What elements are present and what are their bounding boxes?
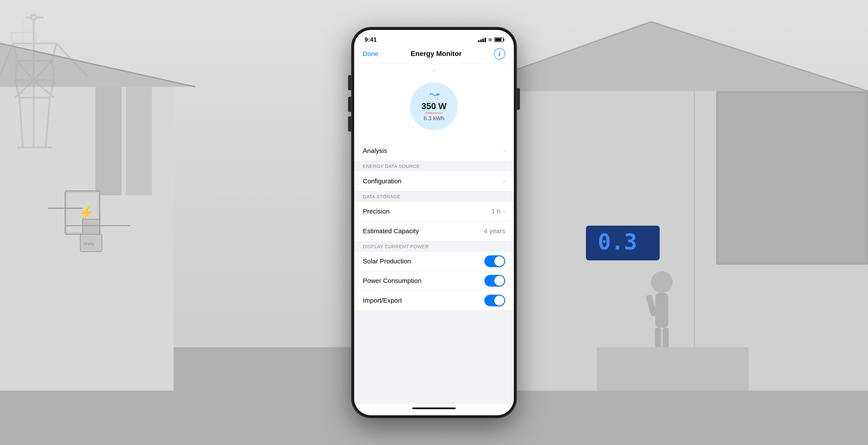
phone-screen: 9:41 ⊛ Done Energy Monito <box>354 30 514 415</box>
svg-text:Shelly: Shelly <box>84 242 94 246</box>
chevron-right-icon: › <box>503 147 505 154</box>
svg-rect-63 <box>718 93 866 262</box>
status-icons: ⊛ <box>478 37 503 42</box>
display-current-power-section: DISPLAY CURRENT POWER Solar Production P… <box>354 241 514 310</box>
power-consumption-item: Power Consumption <box>354 271 514 291</box>
home-indicator <box>354 404 514 415</box>
precision-item[interactable]: Precision 1 h › <box>354 202 514 221</box>
svg-point-57 <box>651 271 673 293</box>
import-export-item: Import/Export <box>354 291 514 310</box>
svg-rect-6 <box>126 87 152 195</box>
power-consumption-toggle[interactable] <box>484 275 505 287</box>
navigation-bar: Done Energy Monitor i <box>354 45 514 64</box>
energy-bar <box>425 113 443 114</box>
precision-label: Precision <box>363 208 390 215</box>
power-consumption-toggle-knob <box>494 276 504 286</box>
import-export-toggle-knob <box>494 295 504 306</box>
data-storage-header: DATA STORAGE <box>354 191 514 202</box>
svg-text:0.3: 0.3 <box>598 229 637 255</box>
precision-value: 1 h <box>492 208 501 215</box>
info-icon: i <box>499 50 500 57</box>
battery-fill <box>495 38 501 41</box>
energy-flow-icon <box>428 91 440 100</box>
svg-rect-5 <box>95 87 122 195</box>
svg-point-38 <box>31 15 36 20</box>
data-storage-section: DATA STORAGE Precision 1 h › Estimated C… <box>354 191 514 241</box>
configuration-chevron-icon: › <box>503 178 505 185</box>
energy-widget: 350 W 6.3 kWh <box>354 74 514 141</box>
solar-production-item: Solar Production <box>354 252 514 271</box>
home-bar <box>412 408 456 409</box>
energy-data-source-section: ENERGY DATA SOURCE Configuration › <box>354 161 514 191</box>
configuration-item[interactable]: Configuration › <box>354 171 514 191</box>
estimated-capacity-right: 4 years <box>484 227 505 235</box>
precision-chevron-icon: › <box>503 208 505 215</box>
info-button[interactable]: i <box>494 48 505 59</box>
configuration-label: Configuration <box>363 178 401 185</box>
estimated-capacity-item[interactable]: Estimated Capacity 4 years <box>354 221 514 241</box>
analysis-item[interactable]: Analysis › <box>354 141 514 161</box>
analysis-label: Analysis <box>363 147 387 155</box>
display-current-power-card: Solar Production Power Consumption <box>354 252 514 310</box>
signal-bar-2 <box>480 39 482 42</box>
import-export-label: Import/Export <box>363 297 402 304</box>
status-bar: 9:41 ⊛ <box>354 30 514 45</box>
precision-right: 1 h › <box>492 208 505 215</box>
page-title: Energy Monitor <box>411 50 462 58</box>
svg-rect-58 <box>655 293 669 328</box>
battery-icon <box>494 37 503 42</box>
estimated-capacity-value: 4 years <box>484 227 505 235</box>
scroll-indicator: ⌄ <box>354 64 514 74</box>
phone-frame: 9:41 ⊛ Done Energy Monito <box>351 27 517 418</box>
signal-bar-1 <box>478 40 479 42</box>
signal-icon <box>478 37 486 42</box>
display-current-power-header: DISPLAY CURRENT POWER <box>354 241 514 252</box>
energy-kwh: 6.3 kWh <box>424 115 444 122</box>
data-storage-card: Precision 1 h › Estimated Capacity 4 yea… <box>354 202 514 241</box>
signal-bar-4 <box>485 38 486 42</box>
energy-watts: 350 W <box>422 101 446 111</box>
svg-rect-64 <box>597 347 749 390</box>
settings-scroll-area[interactable]: Analysis › ENERGY DATA SOURCE Configurat… <box>354 141 514 404</box>
configuration-right: › <box>503 178 505 185</box>
done-button[interactable]: Done <box>363 50 378 58</box>
analysis-section: Analysis › <box>354 141 514 161</box>
import-export-toggle[interactable] <box>484 295 505 306</box>
power-consumption-label: Power Consumption <box>363 277 422 284</box>
solar-production-toggle[interactable] <box>484 255 505 267</box>
energy-circle: 350 W 6.3 kWh <box>410 83 458 130</box>
solar-production-label: Solar Production <box>363 258 411 265</box>
analysis-right: › <box>503 147 505 154</box>
estimated-capacity-label: Estimated Capacity <box>363 227 419 235</box>
status-time: 9:41 <box>365 36 377 43</box>
bottom-spacer <box>354 310 514 319</box>
energy-data-source-header: ENERGY DATA SOURCE <box>354 161 514 171</box>
signal-bar-3 <box>483 39 484 42</box>
solar-production-toggle-knob <box>494 256 504 266</box>
svg-rect-10 <box>83 219 100 236</box>
phone-mockup: 9:41 ⊛ Done Energy Monito <box>351 27 517 418</box>
energy-data-source-card: Configuration › <box>354 171 514 191</box>
wifi-icon: ⊛ <box>488 37 492 42</box>
svg-text:⚡: ⚡ <box>78 205 94 220</box>
chevron-down-icon: ⌄ <box>432 66 437 73</box>
